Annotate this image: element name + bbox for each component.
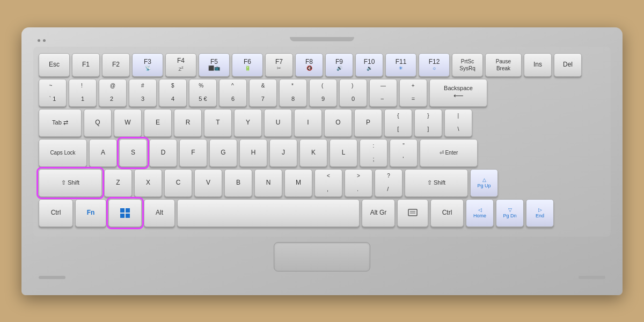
9-key[interactable]: (9 (309, 79, 337, 107)
end-key[interactable]: ▷ End (526, 199, 554, 227)
zxcv-row: ⇧ Shift Z X C V B N M <, >. ?/ ⇧ Shift △ (39, 169, 605, 197)
backtick-key[interactable]: ~` 1 (39, 79, 67, 107)
f11-key[interactable]: F11 ✳ (385, 53, 416, 77)
f-key[interactable]: F (179, 139, 207, 167)
f6-key[interactable]: F6 🔋 (232, 53, 263, 77)
pgup-key[interactable]: △ Pg Up (470, 169, 498, 197)
tab-key[interactable]: Tab ⇄ (39, 109, 82, 137)
n-key[interactable]: N (254, 169, 282, 197)
equals-key[interactable]: += (399, 79, 427, 107)
right-vent (579, 276, 605, 279)
touchpad-area (33, 242, 611, 272)
u-key[interactable]: U (264, 109, 292, 137)
7-key[interactable]: &7 (249, 79, 277, 107)
f1-key[interactable]: F1 (72, 53, 100, 77)
0-key[interactable]: )0 (339, 79, 367, 107)
f9-key[interactable]: F9 🔊 (325, 53, 353, 77)
win-key[interactable] (108, 199, 142, 227)
del-key[interactable]: Del (554, 53, 582, 77)
dot-1 (38, 39, 40, 42)
rbracket-key[interactable]: }] (414, 109, 442, 137)
altgr-key[interactable]: Alt Gr (362, 199, 395, 227)
bottom-row: Ctrl Fn Alt Alt Gr Ctrl (39, 199, 605, 227)
lbracket-key[interactable]: {[ (384, 109, 412, 137)
x-key[interactable]: X (134, 169, 162, 197)
v-key[interactable]: V (194, 169, 222, 197)
h-key[interactable]: H (239, 139, 267, 167)
c-key[interactable]: C (164, 169, 192, 197)
backspace-key[interactable]: Backspace ⟵ (429, 79, 487, 107)
bottom-strip (33, 276, 611, 279)
backslash-key[interactable]: |\ (444, 109, 472, 137)
o-key[interactable]: O (324, 109, 352, 137)
pgdn-key[interactable]: ▽ Pg Dn (496, 199, 524, 227)
minus-key[interactable]: —− (369, 79, 397, 107)
a-key[interactable]: A (89, 139, 117, 167)
i-key[interactable]: I (294, 109, 322, 137)
d-key[interactable]: D (149, 139, 177, 167)
r-key[interactable]: R (174, 109, 202, 137)
semicolon-key[interactable]: :; (360, 139, 387, 167)
3-key[interactable]: #3 (129, 79, 157, 107)
svg-rect-2 (120, 214, 125, 218)
t-key[interactable]: T (204, 109, 232, 137)
rctrl-key[interactable]: Ctrl (430, 199, 464, 227)
period-key[interactable]: >. (345, 169, 372, 197)
dot-2 (43, 39, 46, 42)
e-key[interactable]: E (144, 109, 172, 137)
f8-key[interactable]: F8 🔇 (295, 53, 323, 77)
s-key[interactable]: S (119, 139, 147, 167)
svg-rect-0 (120, 208, 125, 213)
l-key[interactable]: L (330, 139, 357, 167)
number-row: ~` 1 !1 @2 #3 $4 %5 € ^6 &7 (39, 79, 605, 107)
top-bar (33, 37, 611, 41)
keyboard-area: Esc F1 F2 F3 📡 F4 Zz F5 ⬛📺 F6 🔋 F7 ✂ (33, 47, 611, 237)
comma-key[interactable]: <, (314, 169, 342, 197)
2-key[interactable]: @2 (99, 79, 127, 107)
pause-key[interactable]: PauseBreak (485, 53, 522, 77)
quote-key[interactable]: "' (390, 139, 418, 167)
home-key[interactable]: ◁ Home (466, 199, 494, 227)
4-key[interactable]: $4 (159, 79, 187, 107)
svg-rect-1 (126, 208, 130, 213)
f4-key[interactable]: F4 Zz (165, 53, 196, 77)
lctrl-key[interactable]: Ctrl (39, 199, 73, 227)
touchpad[interactable] (274, 242, 370, 272)
1-key[interactable]: !1 (69, 79, 97, 107)
slash-key[interactable]: ?/ (375, 169, 402, 197)
f3-key[interactable]: F3 📡 (132, 53, 163, 77)
6-key[interactable]: ^6 (219, 79, 247, 107)
rshift-key[interactable]: ⇧ Shift (405, 169, 468, 197)
asdf-row: Caps Lock A S D F G H J K L :; "' ⏎ Ente… (39, 139, 605, 167)
b-key[interactable]: B (224, 169, 252, 197)
g-key[interactable]: G (209, 139, 237, 167)
y-key[interactable]: Y (234, 109, 262, 137)
fn-key[interactable]: Fn (75, 199, 106, 227)
laptop-body: Esc F1 F2 F3 📡 F4 Zz F5 ⬛📺 F6 🔋 F7 ✂ (21, 27, 623, 295)
k-key[interactable]: K (299, 139, 327, 167)
enter-key[interactable]: ⏎ Enter (420, 139, 478, 167)
5-key[interactable]: %5 € (189, 79, 217, 107)
space-key[interactable] (177, 199, 360, 227)
m-key[interactable]: M (284, 169, 312, 197)
top-notch (290, 37, 354, 41)
svg-rect-3 (126, 214, 130, 218)
f10-key[interactable]: F10 🔉 (355, 53, 383, 77)
ins-key[interactable]: Ins (524, 53, 552, 77)
f12-key[interactable]: F12 ☼ (419, 53, 450, 77)
esc-key[interactable]: Esc (39, 53, 70, 77)
f5-key[interactable]: F5 ⬛📺 (199, 53, 230, 77)
lalt-key[interactable]: Alt (144, 199, 175, 227)
w-key[interactable]: W (114, 109, 142, 137)
z-key[interactable]: Z (104, 169, 132, 197)
p-key[interactable]: P (354, 109, 382, 137)
8-key[interactable]: *8 (279, 79, 307, 107)
j-key[interactable]: J (269, 139, 297, 167)
q-key[interactable]: Q (84, 109, 112, 137)
capslock-key[interactable]: Caps Lock (39, 139, 87, 167)
prtsc-key[interactable]: PrtScSysRq (452, 53, 483, 77)
f2-key[interactable]: F2 (102, 53, 130, 77)
menu-key[interactable] (397, 199, 428, 227)
lshift-key[interactable]: ⇧ Shift (39, 169, 102, 197)
f7-key[interactable]: F7 ✂ (265, 53, 293, 77)
